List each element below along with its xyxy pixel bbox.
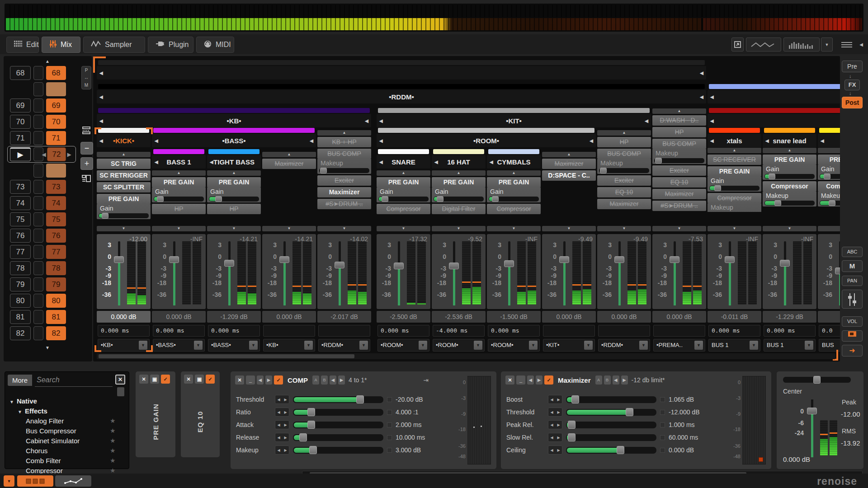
slider-track[interactable] <box>764 174 815 179</box>
device-sc-splitter[interactable]: SC SPLITTER <box>97 182 151 192</box>
routing-dropdown-icon[interactable]: ▼ <box>805 341 813 350</box>
device-pre-gain[interactable]: PRE GAIN <box>763 155 816 165</box>
routing-select[interactable]: BUS 1▼ <box>708 339 760 352</box>
param-thumb[interactable] <box>307 408 315 416</box>
param-reset-box[interactable] <box>387 410 392 415</box>
param-value[interactable]: -20.00 dB <box>396 396 423 403</box>
post-gain-value[interactable]: -2.500 dB <box>377 311 430 323</box>
param-slider[interactable] <box>566 409 656 416</box>
track-collapse-icon[interactable]: ◀ <box>379 160 383 164</box>
device-param-slider[interactable] <box>818 174 840 180</box>
device-scroll-down-icon[interactable]: ▼ <box>542 226 596 231</box>
track-collapse-icon[interactable]: ◀ <box>434 160 438 164</box>
device-bypassed--s-drum-[interactable]: #S➤DRUM .. <box>317 199 371 209</box>
param-thumb[interactable] <box>299 433 307 441</box>
device-sc-trig[interactable]: SC TRIG <box>97 159 151 169</box>
device-param-slider[interactable] <box>763 174 816 180</box>
routing-dropdown-icon[interactable]: ▼ <box>304 341 313 350</box>
param-stepper[interactable]: ◀▶ <box>275 446 289 455</box>
device-scroll-down-icon[interactable]: ▼ <box>652 226 706 231</box>
sequence-mute-box[interactable] <box>33 115 43 129</box>
param-reset-box[interactable] <box>387 422 392 427</box>
max-preset-next-icon[interactable]: ▶ <box>621 375 628 385</box>
track-name[interactable]: snare lead◀ <box>763 134 816 147</box>
device-scroll-up-icon[interactable]: ▲ <box>818 148 840 153</box>
device-scroll-up-icon[interactable]: ▲ <box>763 148 816 153</box>
param-value[interactable]: 10.000 ms <box>396 434 425 441</box>
device-bypassed-d-wash-d-[interactable]: D:WASH - D.. <box>652 115 706 126</box>
fx-chain-button[interactable]: FX <box>844 80 860 90</box>
slider-thumb[interactable] <box>829 200 835 206</box>
max-minimize-icon[interactable]: _ <box>516 375 525 385</box>
scope-view-button[interactable] <box>746 38 781 52</box>
mute-mode-button[interactable]: M <box>842 260 863 272</box>
routing-dropdown-icon[interactable]: ▼ <box>529 341 538 350</box>
sequence-number[interactable]: 79 <box>10 277 31 291</box>
sequence-slot[interactable]: 81 <box>46 310 66 324</box>
device-scroll-down-icon[interactable]: ▼ <box>763 226 816 231</box>
post-gain-value[interactable]: -1.229 dB <box>763 311 816 323</box>
tab-plugin[interactable]: Plugin <box>148 37 193 53</box>
device-scroll-down-icon[interactable]: ▼ <box>317 226 371 231</box>
eq10-maximize-icon[interactable]: ▣ <box>195 375 204 384</box>
routing-select[interactable]: •KB•▼ <box>98 339 150 352</box>
param-thumb[interactable] <box>309 446 317 454</box>
tree-item-cabinet-simulator[interactable]: Cabinet Simulator <box>26 437 80 445</box>
matrix-rows-icon[interactable] <box>81 127 91 136</box>
device-param-slider[interactable] <box>652 158 706 164</box>
sequence-mute-box[interactable] <box>33 261 43 275</box>
spectrum-view-button[interactable] <box>783 38 820 52</box>
param-thumb[interactable] <box>307 421 315 429</box>
device-scroll-down-icon[interactable]: ▼ <box>262 226 316 231</box>
device-chain-view-button[interactable] <box>17 475 53 487</box>
routing-dropdown-icon[interactable]: ▼ <box>750 341 758 350</box>
pre-gain-close-icon[interactable]: ✕ <box>139 375 148 384</box>
fader-handle[interactable] <box>780 260 790 267</box>
delay-input[interactable] <box>598 325 650 337</box>
track-color-bar[interactable] <box>153 149 204 154</box>
sequence-slot[interactable] <box>46 82 66 96</box>
device-scroll-up-icon[interactable]: ▲ <box>652 108 706 114</box>
device-param-slider[interactable] <box>597 168 651 174</box>
favorite-star-icon[interactable]: ★ <box>110 417 116 424</box>
comp-preset-name[interactable]: 4 to 1* <box>349 376 367 384</box>
sequence-mute-box[interactable] <box>33 245 43 259</box>
device-pre-gain[interactable]: PRE GAIN <box>432 177 486 188</box>
fader-handle[interactable] <box>504 260 514 267</box>
browser-close-icon[interactable]: ✕ <box>115 375 125 385</box>
post-gain-value[interactable]: 0.000 dB <box>152 311 206 323</box>
slider-thumb[interactable] <box>382 196 388 202</box>
comp-preset-a-button[interactable]: A <box>312 375 319 385</box>
sequencer-remove-button[interactable]: − <box>80 142 93 155</box>
param-reset-box[interactable] <box>660 435 665 440</box>
routing-select[interactable]: •KIT•▼ <box>543 339 595 352</box>
collapse-panel-icon[interactable]: ◀ <box>857 38 865 52</box>
master-pan-slider[interactable] <box>783 377 851 383</box>
param-thumb[interactable] <box>626 408 633 416</box>
routing-select[interactable]: •RDDM•▼ <box>318 339 370 352</box>
tab-midi[interactable]: MIDI <box>196 37 234 53</box>
post-gain-value[interactable]: -1.500 dB <box>487 311 541 323</box>
sequence-mute-box[interactable] <box>33 212 43 226</box>
post-gain-value[interactable]: -0.011 dB <box>708 311 761 323</box>
tab-edit[interactable]: Edit <box>6 37 39 53</box>
device-scroll-down-icon[interactable]: ▼ <box>377 226 430 231</box>
sequence-mute-box[interactable] <box>33 326 43 340</box>
fader-handle[interactable] <box>670 256 679 263</box>
device-bypassed-exciter[interactable]: Exciter <box>652 165 706 176</box>
pattern-toggle-icon[interactable]: P <box>85 68 88 73</box>
device-pre-gain[interactable]: PRE GAIN <box>377 177 430 188</box>
browser-scrollbar[interactable] <box>117 387 124 396</box>
param-slider[interactable] <box>566 447 656 454</box>
device-pre-gain[interactable]: PRE GAIN <box>207 177 261 188</box>
delay-input[interactable]: 0.000 ms <box>764 325 816 337</box>
sequence-slot[interactable]: 77 <box>46 245 66 259</box>
device-scroll-up-icon[interactable]: ▲ <box>542 152 596 157</box>
routing-select[interactable]: •KB•▼ <box>263 339 315 352</box>
sequence-mute-box[interactable] <box>33 294 43 308</box>
device-bypassed--s-drum-[interactable]: #S➤DRUM .. <box>652 201 706 211</box>
param-reset-box[interactable] <box>387 397 392 402</box>
sequence-slot[interactable]: 74 <box>46 196 66 210</box>
param-stepper[interactable]: ◀▶ <box>548 395 562 404</box>
automation-view-button[interactable] <box>55 475 91 487</box>
